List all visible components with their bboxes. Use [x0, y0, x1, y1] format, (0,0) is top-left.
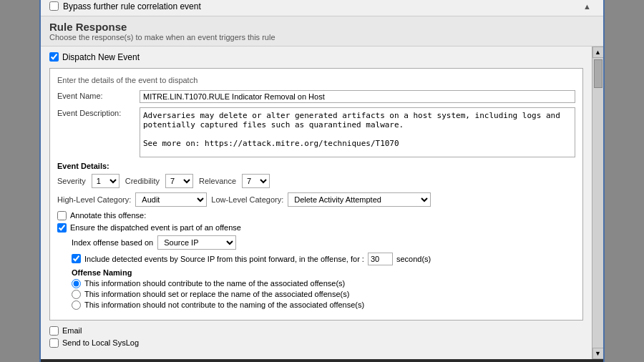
event-name-input[interactable]: [140, 90, 575, 103]
credibility-label: Credibility: [125, 177, 160, 185]
bypass-label: Bypass further rule correlation event: [63, 1, 201, 11]
include-row: Include detected events by Source IP fro…: [72, 253, 575, 265]
event-box-title: Enter the details of the event to dispat…: [57, 76, 575, 84]
email-checkbox[interactable]: [49, 326, 59, 336]
radio-not-contribute-label: This information should not contribute t…: [84, 300, 364, 309]
offense-naming-title: Offense Naming: [72, 268, 575, 277]
offense-naming: Offense Naming This information should c…: [72, 268, 575, 310]
include-label-before: Include detected events by Source IP fro…: [84, 255, 364, 263]
radio-replace[interactable]: [72, 290, 81, 299]
scrollbar: ▲ ▼: [592, 47, 603, 359]
section-header: Rule Response Choose the response(s) to …: [41, 16, 603, 47]
ensure-label: Ensure the dispatched event is part of a…: [70, 223, 241, 232]
event-details-header: Event Details:: [57, 162, 575, 170]
extras-section: Email Send to Local SysLog: [49, 323, 583, 353]
bypass-checkbox[interactable]: [49, 1, 59, 11]
radio-row-2: This information should set or replace t…: [72, 290, 575, 299]
annotate-label: Annotate this offense:: [70, 211, 146, 220]
event-description-textarea[interactable]: Adversaries may delete or alter generate…: [140, 107, 575, 157]
dispatch-label: Dispatch New Event: [62, 52, 140, 62]
syslog-checkbox[interactable]: [49, 338, 59, 348]
include-checkbox[interactable]: [72, 254, 81, 263]
seconds-input[interactable]: [368, 253, 393, 265]
email-label: Email: [62, 326, 82, 335]
severity-row: Severity 12345 678910 Credibility 12345 …: [57, 174, 575, 188]
high-level-label: High-Level Category:: [57, 195, 131, 204]
footer-bar: << Back Next >> Finish Cancel: [41, 359, 603, 363]
event-description-row: Event Description: Adversaries may delet…: [57, 107, 575, 157]
rule-wizard-window: Rule Wizard – □ Bypass further rule corr…: [39, 0, 605, 362]
scroll-down[interactable]: ▼: [592, 348, 604, 359]
scroll-thumb[interactable]: [594, 59, 602, 88]
low-level-label: Low-Level Category:: [211, 195, 283, 204]
scroll-up[interactable]: ▲: [592, 47, 604, 58]
dispatch-checkbox[interactable]: [49, 52, 59, 62]
radio-contribute-label: This information should contribute to th…: [84, 279, 345, 288]
radio-contribute[interactable]: [72, 279, 81, 288]
event-name-label: Event Name:: [57, 90, 140, 100]
severity-label: Severity: [57, 177, 86, 185]
index-label: Index offense based on: [72, 238, 153, 247]
category-row: High-Level Category: AuditReconDoSAuthen…: [57, 192, 575, 207]
event-box: Enter the details of the event to dispat…: [49, 68, 583, 321]
ensure-row: Ensure the dispatched event is part of a…: [57, 223, 575, 233]
dispatch-row: Dispatch New Event: [49, 52, 583, 62]
radio-replace-label: This information should set or replace t…: [84, 290, 349, 298]
low-level-select[interactable]: Delete Activity AttemptedDelete Activity…: [288, 192, 431, 207]
section-title: Rule Response: [49, 21, 595, 33]
high-level-select[interactable]: AuditReconDoSAuthentication AccessExploi…: [135, 192, 207, 207]
annotate-checkbox[interactable]: [57, 211, 67, 220]
severity-select[interactable]: 12345 678910: [92, 174, 119, 188]
annotate-row: Annotate this offense:: [57, 211, 575, 220]
event-name-row: Event Name:: [57, 90, 575, 103]
radio-not-contribute[interactable]: [72, 300, 81, 310]
radio-row-3: This information should not contribute t…: [72, 300, 575, 310]
relevance-label: Relevance: [199, 177, 236, 185]
main-content: Dispatch New Event Enter the details of …: [41, 47, 592, 359]
syslog-row: Send to Local SysLog: [49, 338, 583, 348]
index-select[interactable]: Source IPDestination IPSource MAC Destin…: [157, 235, 236, 250]
scroll-content: Dispatch New Event Enter the details of …: [41, 47, 592, 359]
section-subtitle: Choose the response(s) to make when an e…: [49, 33, 595, 41]
email-row: Email: [49, 326, 583, 336]
credibility-select[interactable]: 12345 678910: [165, 174, 193, 188]
ensure-checkbox[interactable]: [57, 223, 67, 233]
syslog-label: Send to Local SysLog: [62, 338, 139, 347]
main-area: Dispatch New Event Enter the details of …: [41, 47, 603, 359]
index-row: Index offense based on Source IPDestinat…: [72, 235, 575, 250]
bypass-bar: Bypass further rule correlation event ▲: [41, 0, 603, 16]
seconds-label: second(s): [396, 255, 431, 263]
radio-row-1: This information should contribute to th…: [72, 279, 575, 288]
event-description-label: Event Description:: [57, 107, 140, 117]
relevance-select[interactable]: 12345 678910: [242, 174, 270, 188]
scroll-up-arrow[interactable]: ▲: [583, 2, 595, 11]
